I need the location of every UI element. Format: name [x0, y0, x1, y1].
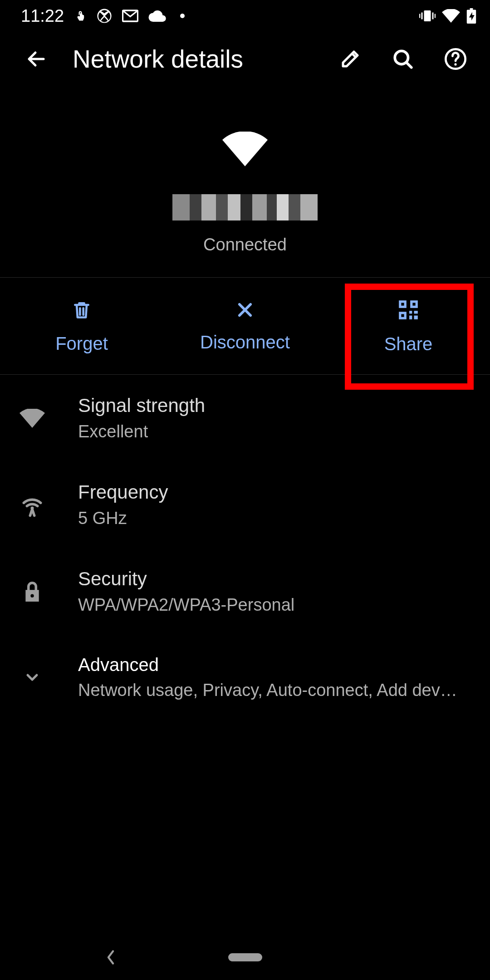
svg-point-9	[454, 63, 456, 65]
app-header: Network details	[0, 32, 490, 86]
action-row: Forget Disconnect Share	[0, 277, 490, 375]
security-label: Security	[78, 568, 294, 590]
chevron-down-icon	[16, 668, 48, 686]
svg-rect-3	[421, 13, 423, 20]
back-button[interactable]	[20, 43, 53, 75]
disconnect-button[interactable]: Disconnect	[163, 278, 327, 374]
wifi-large-icon	[222, 132, 268, 167]
svg-rect-6	[435, 14, 436, 18]
touch-icon	[74, 9, 87, 23]
lock-icon	[16, 580, 48, 603]
page-title: Network details	[73, 44, 314, 74]
svg-rect-16	[409, 311, 412, 314]
security-item[interactable]: Security WPA/WPA2/WPA3-Personal	[0, 548, 490, 635]
nav-back-icon[interactable]	[105, 950, 116, 965]
forget-button[interactable]: Forget	[0, 278, 163, 374]
share-button[interactable]: Share	[327, 278, 490, 374]
nav-home-pill[interactable]	[228, 953, 262, 961]
xbox-icon	[97, 8, 112, 24]
advanced-label: Advanced	[78, 655, 457, 675]
wifi-small-icon	[16, 409, 48, 428]
notification-dot-icon	[180, 14, 185, 18]
signal-strength-item[interactable]: Signal strength Excellent	[0, 375, 490, 461]
svg-rect-17	[414, 311, 418, 314]
svg-point-21	[30, 594, 34, 597]
cloud-icon	[148, 10, 167, 22]
status-time: 11:22	[21, 6, 64, 26]
forget-label: Forget	[55, 333, 108, 354]
advanced-item[interactable]: Advanced Network usage, Privacy, Auto-co…	[0, 635, 490, 720]
svg-rect-5	[419, 14, 420, 18]
svg-rect-13	[412, 303, 415, 305]
search-button[interactable]	[387, 43, 419, 75]
signal-label: Signal strength	[78, 395, 205, 416]
trash-icon	[72, 299, 92, 321]
connection-status: Connected	[203, 235, 287, 255]
frequency-item[interactable]: Frequency 5 GHz	[0, 461, 490, 548]
vibrate-icon	[419, 9, 436, 23]
svg-rect-15	[401, 314, 404, 317]
status-bar: 11:22	[0, 0, 490, 32]
network-ssid-redacted	[172, 194, 318, 220]
svg-rect-4	[432, 13, 434, 20]
advanced-value: Network usage, Privacy, Auto-connect, Ad…	[78, 681, 457, 700]
help-button[interactable]	[439, 43, 472, 75]
frequency-value: 5 GHz	[78, 509, 168, 528]
svg-rect-11	[401, 303, 404, 305]
signal-value: Excellent	[78, 422, 205, 441]
system-nav-bar	[0, 935, 490, 980]
qr-code-icon	[397, 299, 420, 321]
svg-rect-2	[424, 10, 431, 21]
disconnect-label: Disconnect	[200, 332, 290, 353]
network-hero: Connected	[0, 86, 490, 277]
svg-rect-18	[409, 316, 412, 319]
edit-button[interactable]	[334, 43, 367, 75]
battery-charging-icon	[466, 8, 476, 24]
svg-rect-19	[414, 316, 418, 319]
wifi-status-icon	[442, 9, 460, 23]
close-icon	[235, 300, 255, 319]
share-label: Share	[384, 334, 433, 354]
security-value: WPA/WPA2/WPA3-Personal	[78, 595, 294, 615]
antenna-icon	[16, 492, 48, 518]
frequency-label: Frequency	[78, 481, 168, 503]
gmail-icon	[122, 10, 138, 22]
